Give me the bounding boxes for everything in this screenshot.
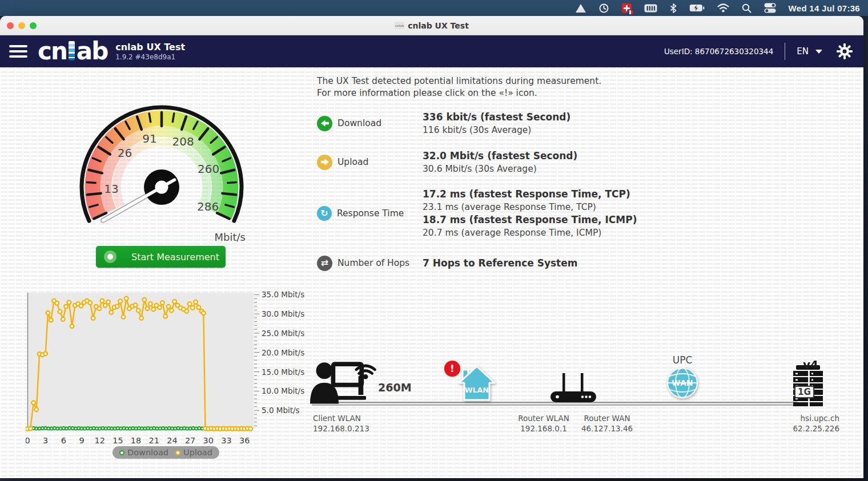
chart-x-tick-label: 30 (203, 436, 214, 445)
chevron-down-icon (815, 50, 822, 54)
gauge-tick (87, 193, 101, 195)
radio-indicator-icon (104, 250, 116, 263)
battery-charging-icon[interactable] (689, 2, 705, 14)
keyboard-layout-swiss-icon[interactable] (622, 2, 632, 14)
wifi-icon[interactable] (717, 2, 729, 14)
cnlab-logo: cn ab (38, 41, 107, 62)
upload-series-marker (197, 305, 201, 309)
chart-y-tick-label: 35.0 Mbit/s (262, 291, 304, 299)
upload-series-marker (143, 298, 147, 302)
result-row-response-time: ↻ Response Time 17.2 ms (fastest Respons… (317, 187, 637, 240)
upload-series-marker (172, 300, 176, 304)
hops-value: 7 Hops to Reference System (423, 257, 578, 270)
limitation-notice: The UX Test detected potential limitatio… (317, 75, 601, 99)
chart-y-tick-label: 15.0 Mbit/s (262, 367, 304, 377)
settings-gear-button[interactable] (836, 43, 853, 60)
gauge-tick (87, 182, 95, 183)
wan-badge-label: WAN (672, 378, 693, 387)
logo-striped-bar (69, 41, 75, 60)
upload-series-marker (103, 304, 107, 308)
upload-series-marker (202, 311, 206, 315)
port-speed-badge: 1G (794, 386, 814, 398)
chart-y-tick-label: 25.0 Mbit/s (262, 329, 304, 338)
upload-series-marker (64, 305, 68, 309)
isp-name-label: UPC (665, 354, 700, 366)
upload-series-marker (170, 309, 174, 313)
download-legend-dot-icon (119, 450, 124, 455)
upload-legend-dot-icon (175, 450, 180, 455)
upload-series-marker (55, 301, 59, 305)
upload-series-marker (163, 314, 167, 318)
upload-series-marker (118, 300, 122, 304)
time-machine-icon[interactable] (598, 2, 609, 14)
client-node-label: Client WLAN192.168.0.213 (313, 413, 369, 434)
menubar-clock[interactable]: Wed 14 Jul 07:36 (789, 3, 860, 13)
chart-y-tick-label: 10.0 Mbit/s (262, 386, 304, 395)
upload-series-marker (58, 310, 62, 314)
wan-globe-icon: WAN (666, 366, 699, 399)
header-divider (785, 43, 785, 60)
upload-average: 30.6 Mbit/s (30s Average) (423, 163, 577, 175)
result-row-upload: Upload 32.0 Mbit/s (fastest Second) 30.6… (317, 148, 577, 176)
result-row-download: Download 336 kbit/s (fastest Second) 116… (317, 110, 570, 137)
chart-x-tick-label: 3 (43, 436, 48, 445)
upload-series-marker (109, 310, 113, 314)
wlan-badge-label: WLAN (465, 386, 489, 394)
upload-series-marker (248, 427, 252, 431)
ip-version-label: v4 (803, 358, 818, 371)
gauge-tick (222, 193, 236, 195)
app-title: cnlab UX Test (115, 42, 185, 52)
menu-hamburger-button[interactable] (9, 45, 27, 58)
app-window: cnlab cnlab UX Test cn ab cnlab UX Test … (0, 16, 863, 478)
indicator-bars-icon[interactable] (644, 2, 657, 14)
upload-series-marker (115, 304, 119, 308)
chart-x-tick-label: 36 (239, 436, 250, 445)
server-node-label: hsi.upc.ch62.2.25.226 (772, 413, 839, 434)
upload-series-marker (148, 302, 152, 306)
gauge-unit-label: Mbit/s (215, 231, 246, 243)
chart-legend: Download Upload (112, 446, 219, 459)
link-speed-label: 260M (378, 381, 412, 394)
app-triangle-icon[interactable] (576, 2, 586, 14)
throughput-chart: 5.0 Mbit/s10.0 Mbit/s15.0 Mbit/s20.0 Mbi… (26, 291, 317, 452)
chart-x-tick-label: 9 (79, 436, 84, 445)
router-icon (548, 373, 598, 404)
upload-series-marker (79, 304, 83, 308)
result-row-hops: ⇄ Number of Hops 7 Hops to Reference Sys… (317, 254, 578, 272)
chart-x-tick-label: 18 (131, 436, 141, 445)
bluetooth-icon[interactable] (670, 2, 677, 14)
language-selector[interactable]: EN (797, 46, 822, 56)
gauge-scale-label: 13 (104, 182, 118, 196)
gauge-scale-label: 26 (118, 146, 132, 160)
upload-series-marker (139, 316, 143, 320)
upload-series-marker (67, 301, 71, 305)
gauge-tick (149, 114, 150, 122)
window-title: cnlab cnlab UX Test (0, 21, 863, 30)
gauge-scale-label: 260 (198, 162, 219, 176)
control-center-icon[interactable] (764, 2, 776, 14)
upload-series-marker (146, 306, 150, 310)
chart-y-tick-label: 30.0 Mbit/s (262, 309, 304, 318)
app-version: 1.9.2 #43e8d9a1 (115, 53, 185, 61)
user-id: UserID: 8670672630320344 (664, 47, 773, 56)
response-fastest-tcp: 17.2 ms (fastest Response Time, TCP) (423, 188, 637, 201)
upload-series-marker (134, 303, 138, 307)
upload-series-marker (29, 427, 33, 431)
upload-series-marker (91, 316, 95, 320)
main-content: 132691208260286 Mbit/s Start Measurement… (0, 67, 863, 478)
upload-series-marker (188, 302, 192, 306)
upload-series-marker (160, 301, 164, 305)
chart-x-tick-label: 12 (94, 436, 105, 445)
upload-series-marker (46, 311, 50, 315)
chart-x-tick-label: 24 (167, 436, 177, 445)
upload-series-marker (34, 407, 38, 411)
upload-series-marker (31, 401, 35, 405)
start-measurement-button[interactable]: Start Measurement (96, 246, 226, 268)
chart-x-tick-label: 21 (149, 436, 159, 445)
upload-series-marker (43, 351, 47, 355)
upload-series-marker (97, 306, 101, 310)
gauge-scale-label: 91 (142, 132, 156, 145)
spotlight-search-icon[interactable] (742, 2, 752, 14)
chart-x-tick-label: 15 (112, 436, 123, 445)
gauge-tick (172, 114, 174, 122)
